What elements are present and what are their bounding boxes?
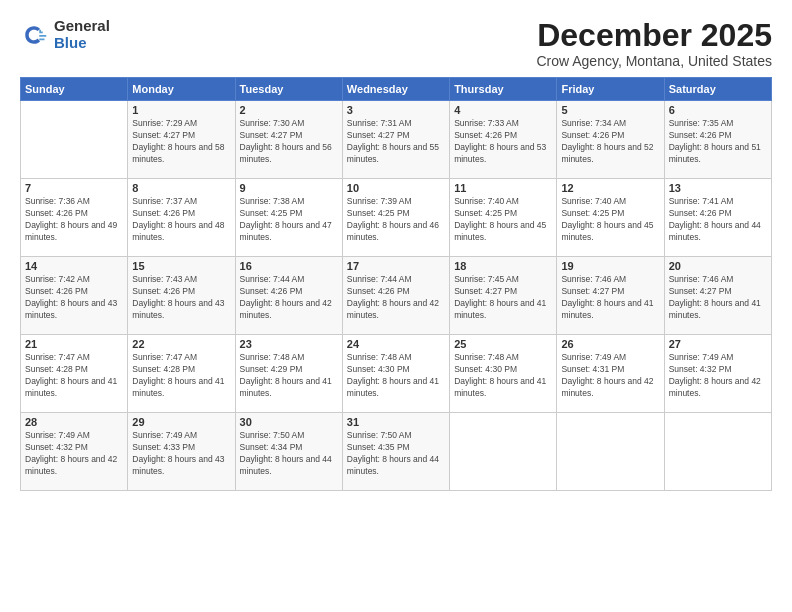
header-saturday: Saturday [664,78,771,101]
calendar-cell: 20Sunrise: 7:46 AMSunset: 4:27 PMDayligh… [664,257,771,335]
calendar-cell: 26Sunrise: 7:49 AMSunset: 4:31 PMDayligh… [557,335,664,413]
calendar-cell: 3Sunrise: 7:31 AMSunset: 4:27 PMDaylight… [342,101,449,179]
day-number: 4 [454,104,552,116]
day-number: 27 [669,338,767,350]
cell-info: Sunrise: 7:47 AMSunset: 4:28 PMDaylight:… [132,352,230,400]
calendar-page: General Blue December 2025 Crow Agency, … [0,0,792,612]
cell-info: Sunrise: 7:43 AMSunset: 4:26 PMDaylight:… [132,274,230,322]
day-number: 5 [561,104,659,116]
cell-info: Sunrise: 7:47 AMSunset: 4:28 PMDaylight:… [25,352,123,400]
calendar-cell: 6Sunrise: 7:35 AMSunset: 4:26 PMDaylight… [664,101,771,179]
day-number: 20 [669,260,767,272]
calendar-cell: 24Sunrise: 7:48 AMSunset: 4:30 PMDayligh… [342,335,449,413]
calendar-cell: 2Sunrise: 7:30 AMSunset: 4:27 PMDaylight… [235,101,342,179]
calendar-cell: 10Sunrise: 7:39 AMSunset: 4:25 PMDayligh… [342,179,449,257]
day-number: 14 [25,260,123,272]
day-number: 6 [669,104,767,116]
day-number: 3 [347,104,445,116]
calendar-cell: 27Sunrise: 7:49 AMSunset: 4:32 PMDayligh… [664,335,771,413]
calendar-cell: 21Sunrise: 7:47 AMSunset: 4:28 PMDayligh… [21,335,128,413]
location-subtitle: Crow Agency, Montana, United States [536,53,772,69]
week-row-4: 28Sunrise: 7:49 AMSunset: 4:32 PMDayligh… [21,413,772,491]
calendar-cell: 9Sunrise: 7:38 AMSunset: 4:25 PMDaylight… [235,179,342,257]
cell-info: Sunrise: 7:40 AMSunset: 4:25 PMDaylight:… [454,196,552,244]
cell-info: Sunrise: 7:50 AMSunset: 4:34 PMDaylight:… [240,430,338,478]
calendar-cell [21,101,128,179]
cell-info: Sunrise: 7:46 AMSunset: 4:27 PMDaylight:… [669,274,767,322]
header: General Blue December 2025 Crow Agency, … [20,18,772,69]
header-row: Sunday Monday Tuesday Wednesday Thursday… [21,78,772,101]
calendar-cell: 8Sunrise: 7:37 AMSunset: 4:26 PMDaylight… [128,179,235,257]
cell-info: Sunrise: 7:49 AMSunset: 4:32 PMDaylight:… [25,430,123,478]
cell-info: Sunrise: 7:46 AMSunset: 4:27 PMDaylight:… [561,274,659,322]
header-monday: Monday [128,78,235,101]
calendar-cell [557,413,664,491]
cell-info: Sunrise: 7:37 AMSunset: 4:26 PMDaylight:… [132,196,230,244]
calendar-cell: 19Sunrise: 7:46 AMSunset: 4:27 PMDayligh… [557,257,664,335]
calendar-cell: 12Sunrise: 7:40 AMSunset: 4:25 PMDayligh… [557,179,664,257]
calendar-cell: 14Sunrise: 7:42 AMSunset: 4:26 PMDayligh… [21,257,128,335]
logo-text: General Blue [54,18,110,51]
cell-info: Sunrise: 7:31 AMSunset: 4:27 PMDaylight:… [347,118,445,166]
day-number: 12 [561,182,659,194]
cell-info: Sunrise: 7:48 AMSunset: 4:29 PMDaylight:… [240,352,338,400]
header-wednesday: Wednesday [342,78,449,101]
calendar-cell: 18Sunrise: 7:45 AMSunset: 4:27 PMDayligh… [450,257,557,335]
logo-blue: Blue [54,35,110,52]
week-row-3: 21Sunrise: 7:47 AMSunset: 4:28 PMDayligh… [21,335,772,413]
cell-info: Sunrise: 7:50 AMSunset: 4:35 PMDaylight:… [347,430,445,478]
week-row-1: 7Sunrise: 7:36 AMSunset: 4:26 PMDaylight… [21,179,772,257]
day-number: 31 [347,416,445,428]
day-number: 15 [132,260,230,272]
day-number: 7 [25,182,123,194]
calendar-cell: 7Sunrise: 7:36 AMSunset: 4:26 PMDaylight… [21,179,128,257]
cell-info: Sunrise: 7:39 AMSunset: 4:25 PMDaylight:… [347,196,445,244]
calendar-cell: 29Sunrise: 7:49 AMSunset: 4:33 PMDayligh… [128,413,235,491]
day-number: 25 [454,338,552,350]
day-number: 30 [240,416,338,428]
day-number: 24 [347,338,445,350]
header-sunday: Sunday [21,78,128,101]
calendar-cell: 22Sunrise: 7:47 AMSunset: 4:28 PMDayligh… [128,335,235,413]
cell-info: Sunrise: 7:44 AMSunset: 4:26 PMDaylight:… [347,274,445,322]
cell-info: Sunrise: 7:36 AMSunset: 4:26 PMDaylight:… [25,196,123,244]
calendar-body: 1Sunrise: 7:29 AMSunset: 4:27 PMDaylight… [21,101,772,491]
calendar-table: Sunday Monday Tuesday Wednesday Thursday… [20,77,772,491]
cell-info: Sunrise: 7:41 AMSunset: 4:26 PMDaylight:… [669,196,767,244]
header-tuesday: Tuesday [235,78,342,101]
calendar-cell: 23Sunrise: 7:48 AMSunset: 4:29 PMDayligh… [235,335,342,413]
month-title: December 2025 [536,18,772,53]
day-number: 10 [347,182,445,194]
calendar-cell: 30Sunrise: 7:50 AMSunset: 4:34 PMDayligh… [235,413,342,491]
day-number: 29 [132,416,230,428]
day-number: 11 [454,182,552,194]
day-number: 18 [454,260,552,272]
calendar-cell [664,413,771,491]
day-number: 9 [240,182,338,194]
week-row-2: 14Sunrise: 7:42 AMSunset: 4:26 PMDayligh… [21,257,772,335]
day-number: 13 [669,182,767,194]
cell-info: Sunrise: 7:35 AMSunset: 4:26 PMDaylight:… [669,118,767,166]
week-row-0: 1Sunrise: 7:29 AMSunset: 4:27 PMDaylight… [21,101,772,179]
day-number: 1 [132,104,230,116]
day-number: 8 [132,182,230,194]
logo: General Blue [20,18,110,51]
cell-info: Sunrise: 7:49 AMSunset: 4:32 PMDaylight:… [669,352,767,400]
cell-info: Sunrise: 7:34 AMSunset: 4:26 PMDaylight:… [561,118,659,166]
calendar-cell: 15Sunrise: 7:43 AMSunset: 4:26 PMDayligh… [128,257,235,335]
calendar-cell: 13Sunrise: 7:41 AMSunset: 4:26 PMDayligh… [664,179,771,257]
calendar-cell: 31Sunrise: 7:50 AMSunset: 4:35 PMDayligh… [342,413,449,491]
calendar-cell: 4Sunrise: 7:33 AMSunset: 4:26 PMDaylight… [450,101,557,179]
day-number: 2 [240,104,338,116]
cell-info: Sunrise: 7:48 AMSunset: 4:30 PMDaylight:… [347,352,445,400]
cell-info: Sunrise: 7:40 AMSunset: 4:25 PMDaylight:… [561,196,659,244]
header-thursday: Thursday [450,78,557,101]
cell-info: Sunrise: 7:48 AMSunset: 4:30 PMDaylight:… [454,352,552,400]
logo-icon [20,21,48,49]
day-number: 16 [240,260,338,272]
calendar-header: Sunday Monday Tuesday Wednesday Thursday… [21,78,772,101]
calendar-cell: 5Sunrise: 7:34 AMSunset: 4:26 PMDaylight… [557,101,664,179]
day-number: 28 [25,416,123,428]
day-number: 17 [347,260,445,272]
cell-info: Sunrise: 7:45 AMSunset: 4:27 PMDaylight:… [454,274,552,322]
